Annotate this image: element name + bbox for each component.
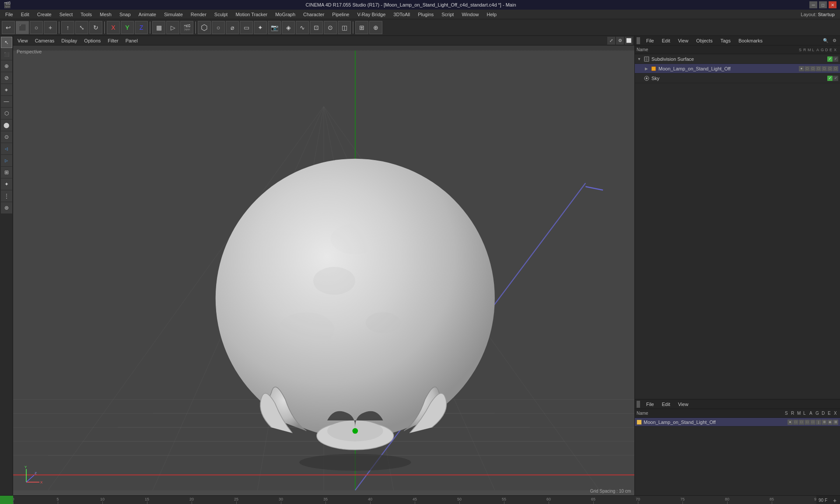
toolbar-cube[interactable]: ⬡: [198, 21, 211, 34]
toolbar-lathe[interactable]: ⊙: [324, 21, 337, 34]
menu-edit[interactable]: Edit: [18, 11, 33, 18]
toolbar-plane[interactable]: ▭: [240, 21, 253, 34]
toolbar-instance[interactable]: ◈: [282, 21, 295, 34]
viewport-menu-panel[interactable]: Panel: [123, 37, 140, 44]
obj-menu-view[interactable]: View: [675, 37, 692, 44]
attr-icon1[interactable]: □: [793, 420, 798, 425]
toolbar-undo[interactable]: ↩: [2, 21, 15, 34]
menu-simulate[interactable]: Simulate: [161, 11, 186, 18]
obj-vis-moonlamp[interactable]: ●: [799, 66, 804, 71]
menu-animate[interactable]: Animate: [135, 11, 160, 18]
obj-menu-tags[interactable]: Tags: [717, 37, 734, 44]
toolbar-loft[interactable]: ◫: [338, 21, 351, 34]
attr-menu-view[interactable]: View: [675, 401, 692, 408]
toolbar-curve[interactable]: ∿: [296, 21, 309, 34]
tool-rotate[interactable]: ⊘: [1, 72, 12, 84]
menu-window[interactable]: Window: [458, 11, 482, 18]
obj-item-sky[interactable]: ▶ Sky ✓ ✓: [635, 74, 840, 83]
tool-line[interactable]: —: [1, 96, 12, 107]
viewport-menu-filter[interactable]: Filter: [105, 37, 121, 44]
toolbar-x-axis[interactable]: X: [107, 21, 120, 34]
toolbar-mode-object[interactable]: ○: [30, 21, 43, 34]
menu-3dtoall[interactable]: 3DToAll: [390, 11, 413, 18]
tool-paint[interactable]: ⬤: [1, 119, 12, 131]
menu-vray[interactable]: V-Ray Bridge: [354, 11, 389, 18]
viewport[interactable]: View Cameras Display Options Filter Pane…: [13, 36, 634, 495]
attr-manager-list[interactable]: Moon_Lamp_on_Stand_Light_Off ● □ □ □ □ |…: [635, 418, 840, 495]
timeline-ruler[interactable]: 051015202530354045505560657075808590: [13, 496, 816, 504]
obj-expand-moonlamp[interactable]: ▶: [644, 66, 649, 71]
menu-mograph[interactable]: MoGraph: [272, 11, 299, 18]
toolbar-null[interactable]: ⊕: [369, 21, 382, 34]
attr-icon5[interactable]: |: [816, 420, 821, 425]
attr-icon6[interactable]: ⊛: [822, 420, 827, 425]
menu-plugins[interactable]: Plugins: [414, 11, 437, 18]
tool-scale[interactable]: ⊕: [1, 60, 12, 72]
obj-icon-search[interactable]: 🔍: [822, 37, 830, 45]
menu-character[interactable]: Character: [300, 11, 328, 18]
attr-menu-file[interactable]: File: [643, 401, 658, 408]
toolbar-rotate[interactable]: ↻: [89, 21, 102, 34]
obj-check2-moonlamp[interactable]: □: [810, 66, 816, 71]
tool-move[interactable]: ⬛: [1, 49, 12, 60]
obj-menu-bookmarks[interactable]: Bookmarks: [735, 37, 766, 44]
obj-check6-moonlamp[interactable]: □: [833, 66, 838, 71]
obj-manager-list[interactable]: ▼ Subdivision Surface ✓ ✓: [635, 54, 840, 399]
viewport-menu-cameras[interactable]: Cameras: [32, 37, 57, 44]
obj-check3-moonlamp[interactable]: □: [816, 66, 821, 71]
toolbar-mode-model[interactable]: ⬛: [16, 21, 29, 34]
close-button[interactable]: ✕: [829, 1, 836, 8]
toolbar-sphere[interactable]: ○: [212, 21, 225, 34]
menu-snap[interactable]: Snap: [116, 11, 134, 18]
toolbar-deformer[interactable]: ⊞: [355, 21, 368, 34]
timeline-add[interactable]: +: [830, 496, 840, 504]
attr-icon2[interactable]: □: [799, 420, 804, 425]
toolbar-camera[interactable]: 📷: [268, 21, 281, 34]
toolbar-scale[interactable]: ⤡: [75, 21, 88, 34]
obj-check4-moonlamp[interactable]: □: [822, 66, 827, 71]
attr-menu-edit[interactable]: Edit: [658, 401, 674, 408]
attr-item-moonlamp[interactable]: Moon_Lamp_on_Stand_Light_Off ● □ □ □ □ |…: [635, 418, 840, 427]
obj-menu-file[interactable]: File: [643, 37, 658, 44]
viewport-icon-settings[interactable]: ⚙: [616, 37, 624, 45]
obj-check2-subdiv[interactable]: ✓: [833, 56, 838, 62]
toolbar-mode-texture[interactable]: +: [44, 21, 57, 34]
obj-check2-sky[interactable]: ✓: [833, 76, 838, 81]
menu-tools[interactable]: Tools: [77, 11, 95, 18]
viewport-icon-maximize[interactable]: ⬜: [625, 37, 633, 45]
toolbar-cylinder[interactable]: ⌀: [226, 21, 239, 34]
tool-select[interactable]: ↖: [1, 37, 12, 48]
toolbar-render-view[interactable]: ▷: [166, 21, 179, 34]
obj-menu-edit[interactable]: Edit: [658, 37, 674, 44]
obj-check5-moonlamp[interactable]: □: [827, 66, 833, 71]
obj-expand-subdivision[interactable]: ▼: [637, 56, 642, 62]
menu-motion-tracker[interactable]: Motion Tracker: [232, 11, 271, 18]
toolbar-render-picture[interactable]: 🎬: [180, 21, 193, 34]
tool-magnet[interactable]: ⊛: [1, 202, 12, 214]
menu-script[interactable]: Script: [438, 11, 457, 18]
menu-sculpt[interactable]: Sculpt: [211, 11, 231, 18]
menu-mesh[interactable]: Mesh: [96, 11, 115, 18]
obj-check1-sky[interactable]: ✓: [827, 76, 833, 81]
maximize-button[interactable]: □: [819, 1, 827, 8]
toolbar-render-region[interactable]: ▦: [152, 21, 165, 34]
menu-select[interactable]: Select: [56, 11, 77, 18]
minimize-button[interactable]: ─: [809, 1, 817, 8]
toolbar-move[interactable]: ↑: [61, 21, 74, 34]
attr-icon7[interactable]: ◈: [827, 420, 833, 425]
tool-stitch[interactable]: ⋮: [1, 190, 12, 202]
toolbar-extrude[interactable]: ⊡: [310, 21, 323, 34]
viewport-menu-options[interactable]: Options: [81, 37, 103, 44]
menu-create[interactable]: Create: [34, 11, 55, 18]
viewport-menu-view[interactable]: View: [15, 37, 31, 44]
obj-item-moonlamp[interactable]: ▶ Moon_Lamp_on_Stand_Light_Off ● □ □ □ □…: [635, 64, 840, 74]
tool-poly[interactable]: ⬡: [1, 108, 12, 119]
menu-pipeline[interactable]: Pipeline: [329, 11, 353, 18]
tool-smooth[interactable]: ◁: [1, 143, 12, 154]
menu-help[interactable]: Help: [483, 11, 500, 18]
tool-knife[interactable]: ⊞: [1, 167, 12, 178]
obj-check1-subdiv[interactable]: ✓: [827, 56, 833, 62]
viewport-icon-resize[interactable]: ⤢: [607, 37, 615, 45]
obj-icon-settings[interactable]: ⚙: [830, 37, 838, 45]
attr-icon8[interactable]: ⊞: [833, 420, 838, 425]
